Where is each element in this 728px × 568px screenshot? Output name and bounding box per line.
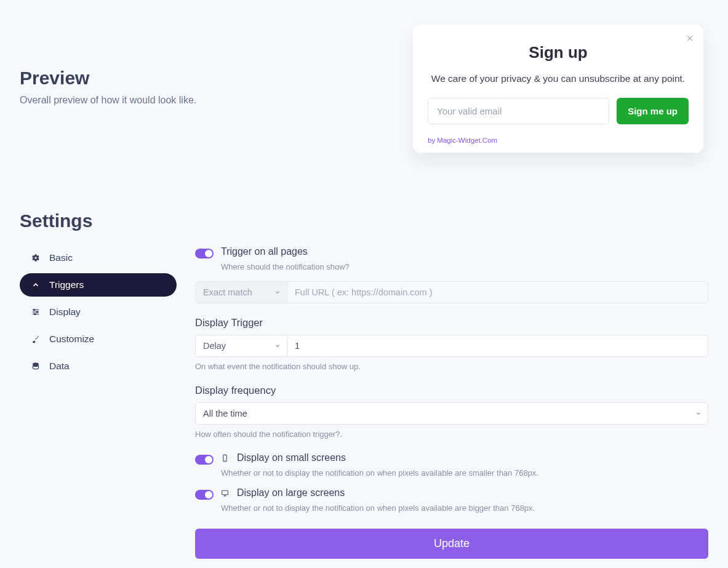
brush-icon xyxy=(31,334,41,344)
gear-icon xyxy=(31,253,41,263)
svg-point-5 xyxy=(34,313,36,314)
signup-email-input[interactable] xyxy=(428,98,609,124)
settings-title: Settings xyxy=(20,210,708,231)
update-button[interactable]: Update xyxy=(195,529,708,559)
svg-rect-9 xyxy=(222,490,228,495)
nav-item-triggers[interactable]: Triggers xyxy=(20,273,177,297)
small-screens-help: Whether or not to display the notificati… xyxy=(221,468,708,478)
display-trigger-label: Display Trigger xyxy=(195,317,708,329)
display-trigger-type-select[interactable]: Delay xyxy=(195,335,287,357)
url-match-type-value: Exact match xyxy=(203,287,252,297)
signup-preview-card: × Sign up We care of your privacy & you … xyxy=(413,25,703,153)
display-frequency-select[interactable]: All the time xyxy=(195,402,708,425)
nav-item-data[interactable]: Data xyxy=(20,354,177,378)
desktop-icon xyxy=(221,489,231,498)
large-screens-toggle[interactable] xyxy=(195,490,214,500)
large-screens-label: Display on large screens xyxy=(237,487,345,498)
small-screens-toggle[interactable] xyxy=(195,455,214,465)
display-trigger-value-input[interactable] xyxy=(287,335,708,357)
signup-description: We care of your privacy & you can unsubs… xyxy=(428,73,689,84)
chevron-down-icon xyxy=(274,341,281,351)
small-screens-label: Display on small screens xyxy=(237,452,346,463)
display-frequency-label: Display frequency xyxy=(195,385,708,396)
chevron-up-icon xyxy=(31,280,41,290)
url-input[interactable] xyxy=(287,281,708,303)
nav-label: Customize xyxy=(49,334,94,345)
display-trigger-type-value: Delay xyxy=(203,341,226,351)
svg-point-4 xyxy=(36,311,38,313)
large-screens-help: Whether or not to display the notificati… xyxy=(221,503,708,513)
triggers-panel: Trigger on all pages Where should the no… xyxy=(195,246,708,559)
signup-submit-button[interactable]: Sign me up xyxy=(617,98,689,124)
display-frequency-help: How often should the notification trigge… xyxy=(195,430,708,439)
nav-label: Data xyxy=(49,361,70,372)
settings-nav: Basic Triggers Display Customize xyxy=(20,246,177,559)
nav-item-customize[interactable]: Customize xyxy=(20,327,177,351)
display-frequency-value: All the time xyxy=(203,409,247,418)
url-match-type-select[interactable]: Exact match xyxy=(195,281,287,303)
chevron-down-icon xyxy=(274,287,281,297)
nav-label: Triggers xyxy=(49,279,84,290)
mobile-icon xyxy=(221,454,231,463)
nav-item-basic[interactable]: Basic xyxy=(20,246,177,270)
database-icon xyxy=(31,361,41,371)
display-trigger-help: On what event the notification should sh… xyxy=(195,362,708,371)
trigger-all-pages-label: Trigger on all pages xyxy=(221,246,308,257)
sliders-icon xyxy=(31,307,41,317)
trigger-all-pages-help: Where should the notification show? xyxy=(221,262,708,271)
nav-label: Display xyxy=(49,306,81,318)
nav-label: Basic xyxy=(49,252,73,263)
trigger-all-pages-toggle[interactable] xyxy=(195,249,214,258)
signup-title: Sign up xyxy=(428,43,689,62)
svg-point-3 xyxy=(34,309,35,310)
chevron-down-icon xyxy=(695,409,702,418)
close-icon[interactable]: × xyxy=(686,32,694,44)
signup-footer-link[interactable]: by Magic-Widget.Com xyxy=(428,137,689,144)
nav-item-display[interactable]: Display xyxy=(20,300,177,324)
